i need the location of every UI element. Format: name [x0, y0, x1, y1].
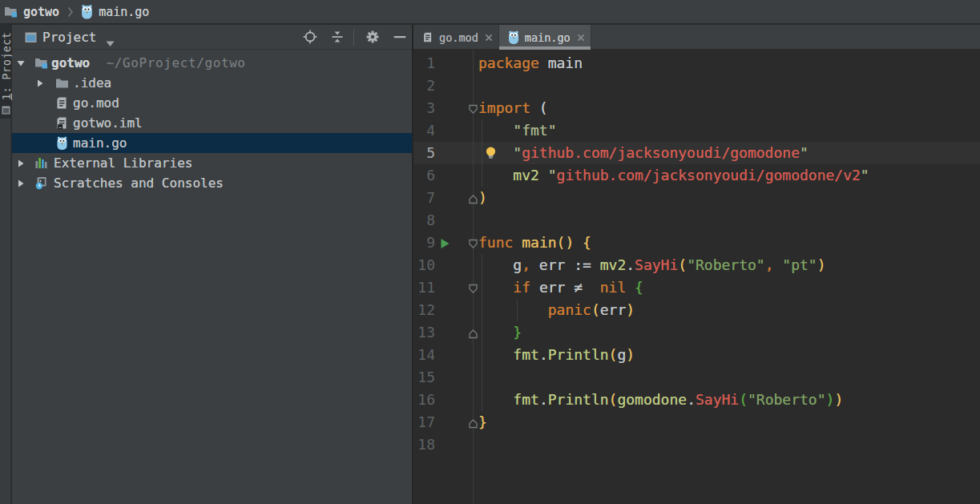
editor-body[interactable]: 123456789101112131415161718 package main… [413, 50, 980, 504]
code-line-11[interactable]: if err ≠ nil { [478, 276, 643, 299]
token: err := [530, 256, 600, 273]
token: ) [834, 391, 843, 408]
token [626, 279, 635, 296]
line-number: 13 [413, 321, 435, 344]
line-number: 9 [413, 232, 435, 254]
tab-main.go[interactable]: main.go [499, 25, 591, 50]
token: mv2 [513, 167, 539, 183]
line-number: 6 [413, 164, 435, 187]
run-icon[interactable] [440, 237, 450, 248]
code-line-3[interactable]: import ( [478, 97, 548, 119]
token: ( [609, 346, 618, 363]
tab-label: go.mod [439, 31, 478, 44]
tree-item-label: gotwo.iml [73, 113, 143, 133]
close-icon[interactable] [577, 34, 585, 42]
code-line-1[interactable]: package main [478, 52, 583, 75]
tree-item-.idea[interactable]: .idea [12, 73, 412, 93]
token: github.com/jacksonyoudi/gomodone [522, 144, 800, 161]
code-line-16[interactable]: fmt.Println(gomodone.SayHi("Roberto")) [478, 389, 843, 411]
tree-item-label: Scratches and Consoles [54, 173, 224, 193]
tree-item-go.mod[interactable]: go.mod [12, 93, 412, 113]
token: } [513, 324, 522, 341]
token: } [478, 413, 487, 430]
token [513, 234, 522, 251]
token: { [635, 279, 643, 296]
project-tree: gotwo ~/GoProject/gotwo.ideago.modgotwo.… [12, 50, 412, 504]
line-number: 3 [413, 97, 435, 119]
tree-item-gotwo[interactable]: gotwo ~/GoProject/gotwo [12, 53, 412, 73]
token: err [600, 301, 627, 318]
expanded-arrow-icon[interactable] [16, 53, 26, 73]
code-line-9[interactable]: func main() { [478, 232, 591, 254]
tree-item-label: main.go [73, 133, 127, 153]
fold-start-icon[interactable] [468, 103, 478, 113]
token: { [583, 234, 591, 251]
token: " [861, 167, 869, 183]
editor-area: go.modmain.go 12345678910111213141516171… [413, 25, 980, 504]
token: ( [591, 301, 600, 318]
token: main [522, 234, 556, 251]
code-line-6[interactable]: mv2 "github.com/jacksonyoudi/gomodone/v2… [478, 164, 869, 187]
gopher-icon [508, 30, 519, 44]
token: mv2 [600, 256, 627, 273]
line-number: 15 [413, 366, 435, 389]
breadcrumb-bar: gotwo main.go [0, 0, 980, 24]
gopher-icon [81, 4, 93, 19]
tool-window-stripe: 1: Project [0, 25, 11, 504]
token: ( [678, 256, 687, 273]
breadcrumb-file[interactable]: main.go [99, 5, 149, 19]
editor-tabs: go.modmain.go [413, 25, 980, 50]
locate-icon[interactable] [303, 30, 317, 44]
project-panel-title[interactable]: Project [42, 28, 96, 46]
token: github.com/jacksonyoudi/gomodone/v2 [557, 167, 861, 183]
code-line-7[interactable]: ) [478, 187, 487, 209]
collapsed-arrow-icon[interactable] [16, 173, 26, 193]
project-stripe-label[interactable]: 1: Project [1, 32, 12, 100]
code-line-17[interactable]: } [478, 411, 487, 433]
token: "fmt" [478, 122, 557, 139]
iml-file-icon [55, 116, 69, 130]
go-mod-file-icon [55, 96, 69, 110]
code-line-10[interactable]: g, err := mv2.SayHi("Roberto", "pt") [478, 254, 826, 276]
code-line-4[interactable]: "fmt" [478, 119, 557, 142]
intention-bulb-icon[interactable] [484, 146, 498, 160]
token: fmt [513, 346, 539, 363]
line-number: 4 [413, 119, 435, 142]
breadcrumb-project[interactable]: gotwo [23, 5, 59, 19]
fold-end-icon[interactable] [468, 192, 478, 203]
fold-start-icon[interactable] [468, 282, 478, 292]
token: g [478, 256, 522, 273]
folder-icon [55, 76, 69, 90]
tab-go.mod[interactable]: go.mod [413, 25, 499, 50]
token: if [513, 279, 530, 296]
code-line-13[interactable]: } [478, 321, 522, 344]
collapse-all-icon[interactable] [330, 30, 345, 44]
collapsed-arrow-icon[interactable] [35, 73, 45, 93]
hide-icon[interactable] [393, 30, 407, 44]
tree-item-gotwo.iml[interactable]: gotwo.iml [12, 113, 412, 133]
token: nil [600, 279, 627, 296]
fold-end-icon[interactable] [468, 327, 478, 337]
token [539, 167, 548, 183]
token: . [687, 391, 696, 408]
fold-end-icon[interactable] [468, 417, 478, 427]
ide-window: gotwo main.go 1: Project Project gotwo ~… [0, 0, 980, 504]
tree-item-external-libraries[interactable]: External Libraries [12, 153, 412, 173]
tree-item-scratches-and-consoles[interactable]: Scratches and Consoles [12, 173, 412, 193]
tool-window-icon [2, 103, 10, 111]
token: SayHi [635, 256, 678, 273]
line-number: 7 [413, 187, 435, 209]
token: package [478, 54, 539, 71]
settings-icon[interactable] [365, 30, 380, 44]
token [574, 234, 583, 251]
libraries-icon [34, 156, 48, 170]
code-line-5[interactable]: "github.com/jacksonyoudi/gomodone" [478, 142, 809, 164]
code-line-12[interactable]: panic(err) [478, 299, 635, 321]
collapsed-arrow-icon[interactable] [16, 153, 26, 173]
fold-start-icon[interactable] [468, 237, 478, 248]
close-icon[interactable] [485, 34, 493, 42]
dropdown-arrow-icon[interactable] [105, 35, 115, 42]
token: ( [609, 391, 618, 408]
code-line-14[interactable]: fmt.Println(g) [478, 344, 635, 366]
tree-item-main.go[interactable]: main.go [12, 133, 412, 153]
